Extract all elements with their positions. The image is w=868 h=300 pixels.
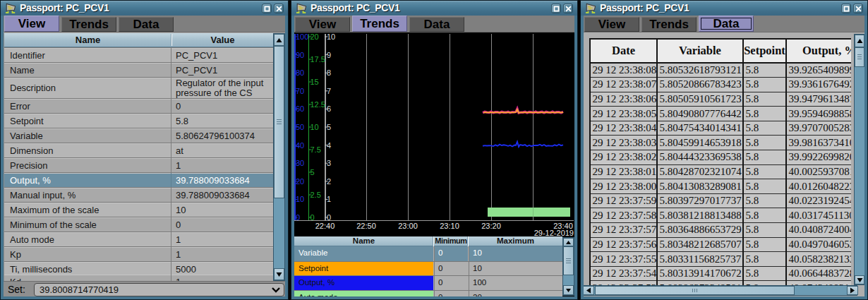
svg-text:0: 0: [311, 213, 315, 222]
svg-text:12.5: 12.5: [311, 100, 325, 109]
svg-text:9: 9: [327, 51, 331, 59]
svg-text:5: 5: [327, 123, 331, 131]
svg-text:60: 60: [296, 104, 304, 113]
svg-text:0: 0: [327, 213, 331, 222]
svg-text:20: 20: [296, 177, 304, 186]
svg-text:15: 15: [311, 78, 319, 86]
svg-text:30: 30: [296, 159, 304, 167]
svg-text:90: 90: [296, 51, 304, 59]
svg-text:17.5: 17.5: [311, 55, 325, 64]
svg-text:70: 70: [296, 87, 304, 95]
svg-text:7: 7: [327, 87, 331, 95]
svg-text:40: 40: [296, 141, 304, 150]
svg-text:23:00: 23:00: [398, 222, 418, 230]
svg-text:1: 1: [327, 195, 331, 203]
svg-text:6: 6: [327, 104, 331, 113]
svg-text:5: 5: [311, 168, 315, 176]
svg-text:50: 50: [296, 123, 304, 131]
svg-text:23:20: 23:20: [481, 222, 501, 230]
svg-text:22:40: 22:40: [315, 222, 335, 230]
svg-text:7.5: 7.5: [311, 145, 321, 154]
svg-text:4: 4: [327, 141, 331, 150]
svg-text:100: 100: [296, 33, 308, 41]
svg-text:3: 3: [327, 159, 331, 167]
svg-text:23:10: 23:10: [440, 222, 459, 230]
svg-text:80: 80: [296, 68, 304, 77]
svg-text:10: 10: [327, 33, 335, 41]
svg-text:2: 2: [327, 177, 331, 186]
svg-text:2.5: 2.5: [311, 191, 321, 199]
svg-text:29-12-2019: 29-12-2019: [534, 229, 574, 236]
svg-text:20: 20: [311, 33, 319, 41]
svg-text:10: 10: [311, 123, 319, 131]
svg-text:8: 8: [327, 68, 331, 77]
svg-text:0: 0: [296, 213, 300, 222]
svg-text:22:50: 22:50: [356, 222, 376, 230]
svg-text:10: 10: [296, 195, 304, 203]
